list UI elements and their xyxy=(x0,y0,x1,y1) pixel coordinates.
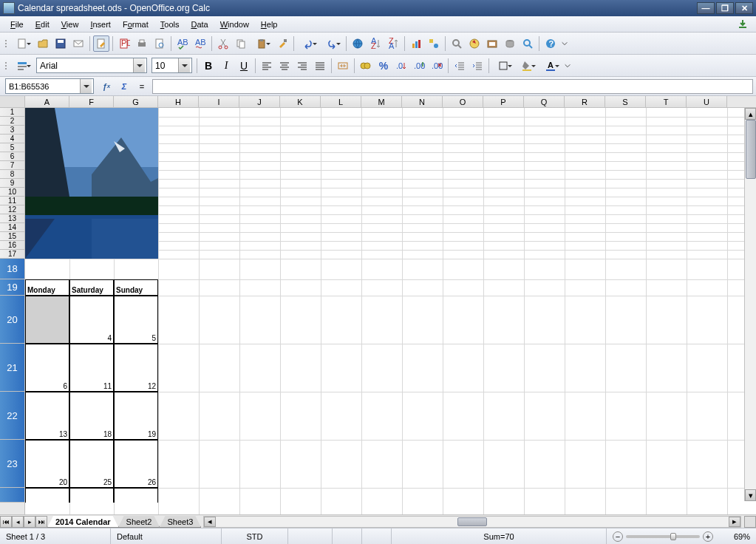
sum-button[interactable]: Σ xyxy=(117,79,132,94)
cut-button[interactable] xyxy=(215,35,231,52)
redo-button[interactable] xyxy=(321,35,343,52)
auto-spellcheck-button[interactable]: ABC xyxy=(192,35,208,52)
chart-button[interactable] xyxy=(408,35,424,52)
svg-rect-39 xyxy=(18,62,27,64)
svg-point-31 xyxy=(453,40,459,46)
currency-button[interactable] xyxy=(358,58,374,74)
spellcheck-button[interactable]: ABC xyxy=(174,35,191,52)
svg-point-15 xyxy=(225,46,228,49)
svg-rect-29 xyxy=(429,39,433,43)
menu-insert[interactable]: Insert xyxy=(84,18,117,30)
percent-button[interactable]: % xyxy=(375,58,392,74)
menu-edit[interactable]: Edit xyxy=(30,18,55,30)
new-button[interactable] xyxy=(11,35,33,52)
number-format-button[interactable]: .0 xyxy=(393,58,409,74)
maximize-button[interactable]: ❐ xyxy=(716,2,734,14)
find-button[interactable] xyxy=(449,35,465,52)
align-center-button[interactable] xyxy=(276,58,293,74)
hyperlink-button[interactable] xyxy=(350,35,366,52)
styles-button[interactable] xyxy=(11,58,33,74)
menu-data[interactable]: Data xyxy=(185,18,214,30)
svg-rect-48 xyxy=(500,62,507,69)
download-icon[interactable] xyxy=(735,16,751,33)
font-size-dropdown[interactable] xyxy=(178,58,190,72)
decrease-indent-button[interactable] xyxy=(452,58,468,74)
merge-cells-button[interactable] xyxy=(335,58,351,74)
toolbar-more-button[interactable] xyxy=(560,35,569,52)
svg-rect-40 xyxy=(18,66,27,67)
format-paintbrush-button[interactable] xyxy=(274,35,290,52)
bold-button[interactable]: B xyxy=(200,58,217,74)
name-box-input[interactable] xyxy=(6,79,80,93)
standard-toolbar: PDF ABC ABC AZ ZA ? xyxy=(0,33,756,55)
svg-rect-34 xyxy=(489,42,495,46)
email-button[interactable] xyxy=(70,35,86,52)
edit-file-button[interactable] xyxy=(93,35,109,52)
toolbar-grip[interactable] xyxy=(4,35,9,52)
underline-button[interactable]: U xyxy=(236,58,252,74)
font-color-button[interactable]: A xyxy=(539,58,562,74)
svg-text:?: ? xyxy=(549,39,554,48)
font-size-input[interactable] xyxy=(152,58,178,72)
undo-button[interactable] xyxy=(297,35,319,52)
font-size-combo[interactable] xyxy=(151,58,192,73)
italic-button[interactable]: I xyxy=(218,58,234,74)
name-box[interactable] xyxy=(5,78,94,94)
align-justify-button[interactable] xyxy=(312,58,328,74)
titlebar: Calendar spreadsheet.ods - OpenOffice.or… xyxy=(0,0,756,16)
background-color-button[interactable] xyxy=(516,58,538,74)
window-title: Calendar spreadsheet.ods - OpenOffice.or… xyxy=(18,3,695,13)
font-name-combo[interactable] xyxy=(36,58,147,73)
name-box-dropdown[interactable] xyxy=(80,79,92,93)
increase-indent-button[interactable] xyxy=(469,58,486,74)
toolbar-grip[interactable] xyxy=(4,58,9,74)
function-wizard-button[interactable]: ƒx xyxy=(99,79,114,94)
font-name-dropdown[interactable] xyxy=(133,58,145,72)
add-decimal-button[interactable]: .00 xyxy=(411,58,427,74)
menu-file[interactable]: Filedocument.currentScript.previousEleme… xyxy=(4,18,30,30)
svg-text:Z: Z xyxy=(371,41,376,50)
save-button[interactable] xyxy=(52,35,69,52)
svg-point-44 xyxy=(364,63,370,69)
copy-button[interactable] xyxy=(233,35,249,52)
open-button[interactable] xyxy=(35,35,51,52)
print-preview-button[interactable] xyxy=(151,35,168,52)
svg-rect-49 xyxy=(522,69,531,71)
svg-rect-3 xyxy=(58,40,64,43)
svg-rect-0 xyxy=(739,27,746,28)
equals-button[interactable]: = xyxy=(134,79,149,94)
sort-asc-button[interactable]: AZ xyxy=(367,35,384,52)
minimize-button[interactable]: — xyxy=(697,2,715,14)
show-draw-button[interactable] xyxy=(426,35,442,52)
svg-rect-26 xyxy=(412,44,415,48)
help-button[interactable]: ? xyxy=(542,35,559,52)
export-pdf-button[interactable]: PDF xyxy=(116,35,132,52)
align-left-button[interactable] xyxy=(259,58,275,74)
menu-view[interactable]: View xyxy=(55,18,85,30)
data-sources-button[interactable] xyxy=(502,35,518,52)
print-button[interactable] xyxy=(134,35,150,52)
navigator-button[interactable] xyxy=(466,35,483,52)
zoom-button[interactable] xyxy=(520,35,536,52)
align-right-button[interactable] xyxy=(294,58,310,74)
menu-tools[interactable]: Tools xyxy=(154,18,185,30)
svg-rect-20 xyxy=(284,39,287,42)
svg-text:ABC: ABC xyxy=(177,38,188,47)
remove-decimal-button[interactable]: .00 xyxy=(429,58,445,74)
formula-input[interactable] xyxy=(152,79,753,94)
font-name-input[interactable] xyxy=(37,58,133,72)
menu-window[interactable]: Window xyxy=(214,18,255,30)
svg-text:A: A xyxy=(389,41,395,50)
borders-button[interactable] xyxy=(492,58,514,74)
sort-desc-button[interactable]: ZA xyxy=(385,35,401,52)
gallery-button[interactable] xyxy=(484,35,500,52)
svg-rect-28 xyxy=(418,40,420,48)
menu-help[interactable]: Help xyxy=(255,18,284,30)
close-button[interactable]: ✕ xyxy=(735,2,753,14)
toolbar-more-button[interactable] xyxy=(563,58,572,74)
svg-rect-17 xyxy=(239,41,245,48)
paste-button[interactable] xyxy=(251,35,273,52)
menu-format[interactable]: Format xyxy=(117,18,154,30)
svg-text:ABC: ABC xyxy=(195,38,206,47)
svg-point-14 xyxy=(219,46,222,49)
